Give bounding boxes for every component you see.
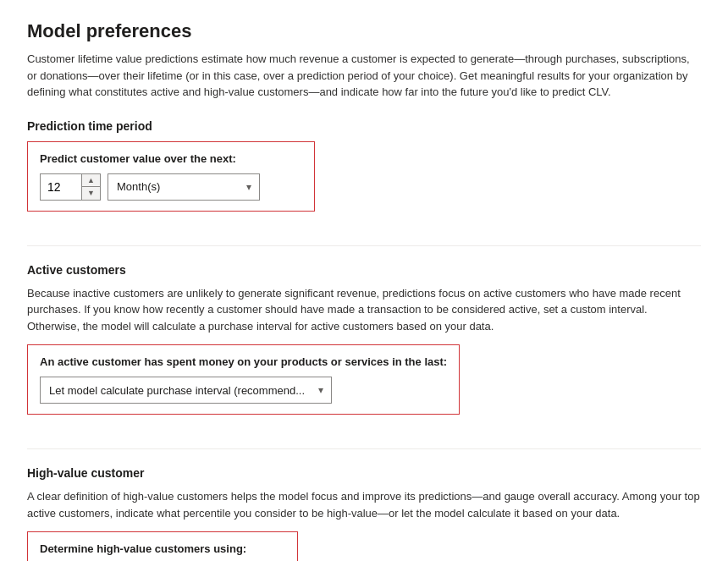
prediction-section: Prediction time period Predict customer … (27, 119, 701, 228)
active-customers-desc: Because inactive customers are unlikely … (27, 285, 701, 335)
interval-select[interactable]: Let model calculate purchase interval (r… (40, 377, 332, 404)
high-value-title: High-value customer (27, 466, 701, 480)
active-customers-title: Active customers (27, 263, 701, 277)
main-content: Model preferences Customer lifetime valu… (0, 0, 728, 561)
prediction-controls: ▲ ▼ Month(s) Year(s) Day(s) (40, 173, 302, 201)
number-spinner[interactable]: ▲ ▼ (40, 173, 101, 201)
number-input[interactable] (41, 174, 81, 200)
active-customers-box: An active customer has spent money on yo… (27, 344, 460, 415)
interval-select-wrapper: Let model calculate purchase interval (r… (40, 377, 332, 404)
prediction-box-label: Predict customer value over the next: (40, 152, 302, 165)
spinner-up[interactable]: ▲ (82, 174, 100, 188)
period-select-wrapper: Month(s) Year(s) Day(s) (108, 173, 260, 201)
divider-2 (27, 448, 701, 449)
page-title: Model preferences (27, 20, 701, 42)
prediction-box: Predict customer value over the next: ▲ … (27, 141, 315, 212)
spinner-down[interactable]: ▼ (82, 187, 100, 200)
high-value-box-label: Determine high-value customers using: (40, 542, 285, 555)
spinner-arrows: ▲ ▼ (81, 174, 100, 200)
high-value-section: High-value customer A clear definition o… (27, 466, 701, 561)
divider-1 (27, 245, 701, 246)
high-value-box: Determine high-value customers using: Pe… (27, 531, 298, 561)
active-customers-box-label: An active customer has spent money on yo… (40, 355, 447, 368)
high-value-desc: A clear definition of high-value custome… (27, 488, 701, 521)
period-select[interactable]: Month(s) Year(s) Day(s) (108, 173, 260, 201)
active-customers-section: Active customers Because inactive custom… (27, 263, 701, 432)
intro-text: Customer lifetime value predictions esti… (27, 51, 701, 101)
prediction-section-title: Prediction time period (27, 119, 701, 133)
